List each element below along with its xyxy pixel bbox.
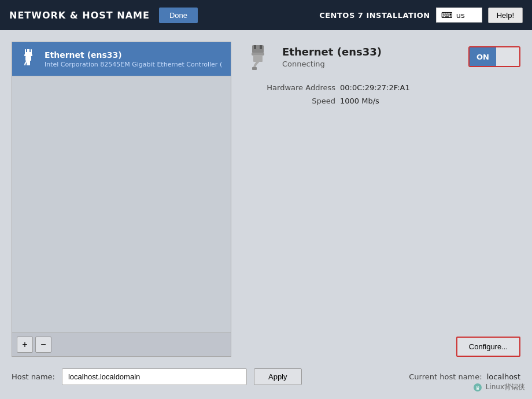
current-hostname-value: localhost bbox=[487, 372, 520, 381]
watermark: ♛ Linux背锅侠 bbox=[473, 382, 525, 392]
configure-button[interactable]: Configure... bbox=[456, 337, 520, 357]
keyboard-icon: ⌨ bbox=[441, 10, 453, 20]
device-header: Ethernet (ens33) Connecting ON bbox=[243, 42, 520, 72]
device-details: Hardware Address 00:0C:29:27:2F:A1 Speed… bbox=[243, 83, 520, 105]
svg-rect-7 bbox=[254, 45, 256, 49]
network-list-controls: + − bbox=[12, 332, 231, 356]
network-item-name: Ethernet (ens33) bbox=[45, 50, 222, 60]
hostname-label: Host name: bbox=[12, 372, 55, 381]
svg-rect-11 bbox=[252, 67, 257, 70]
network-detail-panel: Ethernet (ens33) Connecting ON Hardware … bbox=[243, 42, 520, 357]
language-selector[interactable]: ⌨ us bbox=[436, 8, 482, 23]
svg-rect-4 bbox=[25, 56, 31, 61]
add-network-button[interactable]: + bbox=[17, 337, 33, 353]
toggle-on-label[interactable]: ON bbox=[470, 47, 496, 66]
network-item-info: Ethernet (ens33) Intel Corporation 82545… bbox=[45, 50, 222, 68]
installation-label: CENTOS 7 INSTALLATION bbox=[319, 11, 430, 20]
device-status: Connecting bbox=[282, 60, 382, 68]
device-icon-container bbox=[243, 42, 273, 72]
device-name: Ethernet (ens33) bbox=[282, 46, 382, 58]
svg-rect-0 bbox=[25, 49, 32, 55]
svg-rect-1 bbox=[26, 49, 27, 52]
bottom-bar: Host name: Apply Current host name: loca… bbox=[12, 366, 520, 387]
network-list: Ethernet (ens33) Intel Corporation 82545… bbox=[12, 42, 231, 332]
current-hostname-container: Current host name: localhost bbox=[409, 372, 520, 381]
current-hostname-label: Current host name: bbox=[409, 372, 482, 381]
hostname-input[interactable] bbox=[62, 368, 247, 385]
watermark-text: Linux背锅侠 bbox=[486, 382, 525, 392]
speed-label: Speed bbox=[243, 97, 335, 105]
svg-rect-3 bbox=[24, 54, 32, 56]
header: NETWORK & HOST NAME Done CENTOS 7 INSTAL… bbox=[0, 0, 532, 30]
main-content: Ethernet (ens33) Intel Corporation 82545… bbox=[0, 30, 532, 399]
svg-rect-8 bbox=[260, 45, 262, 49]
watermark-icon: ♛ bbox=[473, 383, 482, 392]
list-item[interactable]: Ethernet (ens33) Intel Corporation 82545… bbox=[12, 42, 231, 76]
apply-button[interactable]: Apply bbox=[254, 368, 302, 385]
network-item-subtitle: Intel Corporation 82545EM Gigabit Ethern… bbox=[45, 61, 222, 68]
language-value: us bbox=[456, 11, 465, 20]
device-info-left: Ethernet (ens33) Connecting bbox=[243, 42, 382, 72]
device-detail-top: Ethernet (ens33) Connecting ON Hardware … bbox=[243, 42, 520, 110]
speed-row: Speed 1000 Mb/s bbox=[243, 97, 520, 105]
remove-network-button[interactable]: − bbox=[35, 337, 51, 353]
configure-btn-container: Configure... bbox=[243, 337, 520, 357]
speed-value: 1000 Mb/s bbox=[340, 97, 379, 105]
hardware-address-label: Hardware Address bbox=[243, 83, 335, 92]
ethernet-toggle[interactable]: ON bbox=[468, 46, 520, 67]
header-right: CENTOS 7 INSTALLATION ⌨ us Help! bbox=[319, 8, 523, 23]
help-button[interactable]: Help! bbox=[488, 8, 523, 23]
page-title: NETWORK & HOST NAME bbox=[9, 10, 150, 21]
device-ethernet-icon bbox=[244, 43, 272, 71]
svg-rect-2 bbox=[29, 49, 31, 52]
network-list-panel: Ethernet (ens33) Intel Corporation 82545… bbox=[12, 42, 231, 357]
device-name-block: Ethernet (ens33) Connecting bbox=[282, 46, 382, 68]
content-area: Ethernet (ens33) Intel Corporation 82545… bbox=[12, 42, 520, 357]
hardware-address-row: Hardware Address 00:0C:29:27:2F:A1 bbox=[243, 83, 520, 92]
hardware-address-value: 00:0C:29:27:2F:A1 bbox=[340, 83, 410, 92]
svg-text:♛: ♛ bbox=[475, 385, 480, 391]
ethernet-icon bbox=[19, 48, 38, 70]
toggle-off-area bbox=[496, 47, 519, 66]
done-button[interactable]: Done bbox=[159, 8, 198, 23]
